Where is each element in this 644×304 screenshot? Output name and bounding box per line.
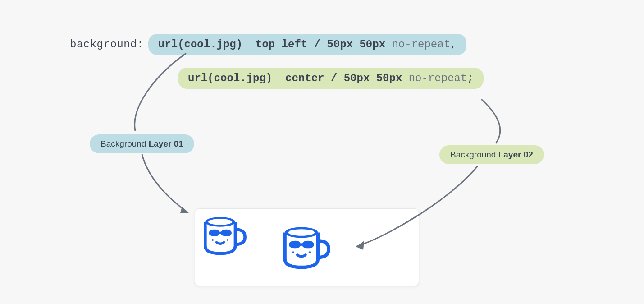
layer-2-position: center	[285, 72, 324, 84]
svg-point-8	[292, 251, 294, 253]
layer-1-size: 50px 50px	[327, 38, 385, 51]
layer-2-label-bold: Layer 02	[498, 150, 533, 159]
svg-rect-7	[289, 243, 314, 245]
css-property: background:	[70, 38, 144, 51]
svg-rect-2	[209, 232, 232, 234]
mug-center	[281, 225, 330, 270]
layer-2-declaration: url(cool.jpg) center / 50px 50px no-repe…	[178, 68, 484, 89]
layer-2-semicolon: ;	[467, 72, 473, 84]
svg-point-3	[212, 239, 214, 241]
arrow-2-segment-a	[481, 99, 500, 143]
layer-2-url: url(cool.jpg)	[188, 72, 272, 84]
code-line-1: background: url(cool.jpg) top left / 50p…	[70, 34, 484, 55]
layer-1-separator: /	[307, 38, 327, 51]
layer-2-separator: /	[324, 72, 343, 84]
layer-1-repeat: no-repeat	[392, 38, 450, 51]
mug-top-left	[201, 215, 247, 256]
layer-2-size: 50px 50px	[344, 72, 402, 84]
arrow-1-segment-b	[142, 154, 188, 213]
layer-1-url: url(cool.jpg)	[158, 38, 242, 51]
svg-point-9	[309, 251, 311, 253]
svg-point-6	[288, 229, 315, 236]
layer-1-label-pill: Background Layer 01	[90, 134, 194, 153]
css-code-block: background: url(cool.jpg) top left / 50p…	[70, 34, 484, 89]
code-line-2: url(cool.jpg) center / 50px 50px no-repe…	[178, 68, 484, 89]
result-preview-box	[195, 208, 419, 286]
svg-point-4	[227, 239, 228, 241]
layer-1-declaration: url(cool.jpg) top left / 50px 50px no-re…	[148, 34, 467, 55]
arrow-1-head-icon	[180, 207, 188, 213]
cool-mug-icon	[281, 225, 330, 271]
layer-2-label-pill: Background Layer 02	[439, 145, 544, 164]
layer-2-repeat: no-repeat	[409, 72, 467, 84]
layer-1-comma: ,	[450, 38, 457, 51]
svg-point-1	[208, 219, 232, 225]
cool-mug-icon	[201, 215, 247, 257]
layer-1-label-prefix: Background	[100, 139, 149, 148]
layer-1-label-bold: Layer 01	[149, 139, 183, 148]
layer-1-position: top left	[256, 38, 307, 51]
layer-2-label-prefix: Background	[450, 150, 498, 159]
